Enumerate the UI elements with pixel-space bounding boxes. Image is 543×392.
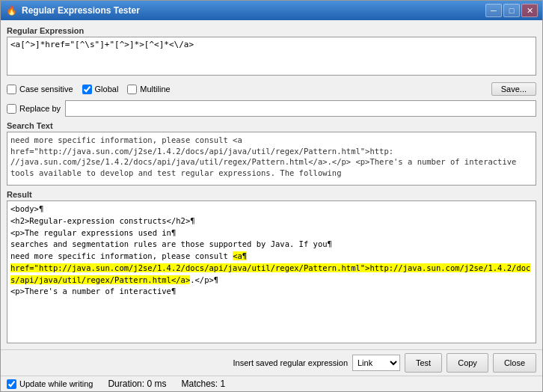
result-line: <body>¶ (10, 203, 533, 215)
regex-section-label: Regular Expression (7, 26, 536, 35)
multiline-checkbox[interactable] (127, 85, 137, 94)
search-text-section: Search Text need more specific informati… (7, 121, 536, 186)
result-label: Result (7, 190, 536, 199)
minimize-button[interactable]: ─ (485, 4, 502, 17)
result-line: href="http://java.sun.com/j2se/1.4.2/doc… (10, 263, 533, 287)
case-sensitive-checkbox-label[interactable]: Case sensitive (7, 85, 73, 94)
app-icon: 🔥 (5, 4, 17, 16)
save-button[interactable]: Save... (491, 82, 536, 96)
case-sensitive-label: Case sensitive (19, 85, 73, 94)
result-area[interactable]: <body>¶ <h2>Regular-expression construct… (7, 200, 536, 343)
main-window: 🔥 Regular Expressions Tester ─ □ ✕ Regul… (0, 0, 543, 392)
result-line: <p>There's a number of interactive¶ (10, 286, 533, 298)
result-line: <h2>Regular-expression constructs</h2>¶ (10, 215, 533, 227)
replace-label: Replace by (19, 104, 61, 113)
global-checkbox-label[interactable]: Global (82, 85, 119, 94)
matches-label: Matches: 1 (181, 379, 225, 389)
regex-input[interactable]: <a[^>]*href="[^\s"]+"[^>]*>[^<]*<\/a> (7, 37, 536, 76)
regex-section: Regular Expression <a[^>]*href="[^\s"]+"… (7, 26, 536, 78)
titlebar-buttons: ─ □ ✕ (485, 4, 538, 17)
insert-label: Insert saved regular expression (233, 358, 348, 367)
case-sensitive-checkbox[interactable] (7, 85, 16, 94)
result-line: need more specific information, please c… (10, 251, 533, 263)
replace-checkbox[interactable] (7, 104, 16, 114)
options-row: Case sensitive Global Multiline Save... (7, 82, 536, 96)
result-line: <p>The regular expressions used in¶ (10, 227, 533, 239)
search-text-area[interactable]: need more specific information, please c… (7, 132, 536, 186)
update-label: Update while writing (19, 379, 93, 388)
update-checkbox[interactable] (7, 379, 16, 389)
multiline-checkbox-label[interactable]: Multiline (127, 85, 170, 94)
window-title: Regular Expressions Tester (22, 5, 481, 16)
copy-button[interactable]: Copy (447, 353, 488, 373)
status-bar: Update while writing Duration: 0 ms Matc… (1, 376, 542, 391)
replace-row: Replace by (7, 100, 536, 117)
search-text-label: Search Text (7, 121, 536, 130)
close-dialog-button[interactable]: Close (493, 353, 536, 373)
result-line: searches and segmentation rules are thos… (10, 239, 533, 251)
maximize-button[interactable]: □ (503, 4, 520, 17)
match-highlight: <a¶ (233, 251, 247, 260)
duration-label: Duration: 0 ms (108, 379, 166, 389)
global-label: Global (95, 85, 119, 94)
close-button[interactable]: ✕ (521, 4, 538, 17)
bottom-action-bar: Insert saved regular expression Link Ema… (1, 349, 542, 376)
match-highlight: href="http://java.sun.com/j2se/1.4.2/doc… (10, 263, 530, 284)
replace-checkbox-label[interactable]: Replace by (7, 104, 61, 114)
multiline-label: Multiline (140, 85, 170, 94)
titlebar: 🔥 Regular Expressions Tester ─ □ ✕ (1, 1, 542, 20)
test-button[interactable]: Test (405, 353, 442, 373)
update-checkbox-label[interactable]: Update while writing (7, 379, 93, 389)
insert-select[interactable]: Link Email URL Custom (352, 355, 400, 371)
global-checkbox[interactable] (82, 85, 92, 94)
result-section: Result <body>¶ <h2>Regular-expression co… (7, 190, 536, 343)
replace-input[interactable] (65, 100, 536, 117)
main-content: Regular Expression <a[^>]*href="[^\s"]+"… (1, 20, 542, 349)
